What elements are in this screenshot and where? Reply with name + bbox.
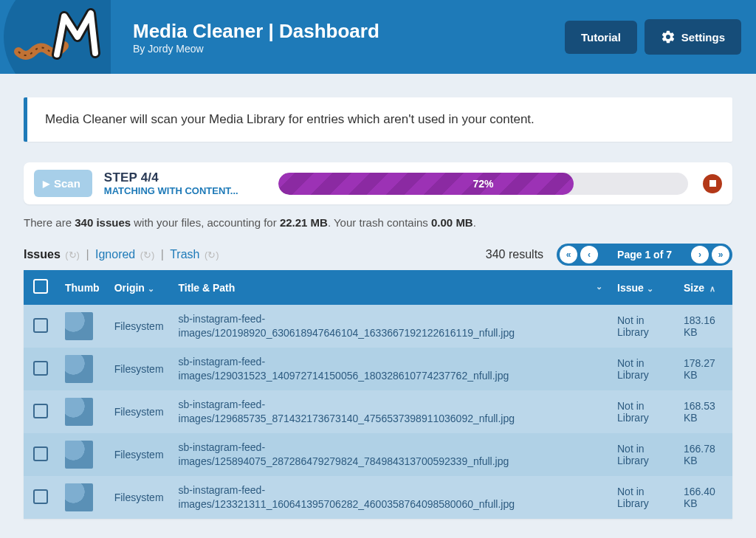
row-checkbox[interactable] bbox=[33, 361, 48, 376]
cell-origin: Filesystem bbox=[107, 305, 171, 348]
app-header: Media Cleaner | Dashboard By Jordy Meow … bbox=[0, 0, 756, 74]
cell-size: 166.78 KB bbox=[676, 433, 732, 476]
chevron-down-icon: ⌄ bbox=[145, 284, 154, 293]
cell-issue: Not in Library bbox=[610, 348, 676, 390]
cell-title: sb-instagram-feed- images/120198920_6306… bbox=[171, 305, 610, 348]
scan-step-subtitle: MATCHING WITH CONTENT... bbox=[104, 185, 267, 196]
table-row[interactable]: Filesystem sb-instagram-feed- images/129… bbox=[24, 348, 732, 390]
thumbnail[interactable] bbox=[65, 355, 93, 383]
summary-line: There are 340 issues with your files, ac… bbox=[24, 216, 732, 229]
progress-bar: 72% bbox=[278, 173, 688, 195]
thumbnail[interactable] bbox=[65, 483, 93, 511]
cell-size: 183.16 KB bbox=[676, 305, 732, 348]
cell-origin: Filesystem bbox=[107, 476, 171, 519]
page-title: Media Cleaner | Dashboard bbox=[133, 20, 557, 43]
cell-issue: Not in Library bbox=[610, 433, 676, 476]
issues-table: Thumb Origin⌄ Title & Path⌄ Issue⌄ Size … bbox=[24, 270, 732, 519]
thumbnail[interactable] bbox=[65, 441, 93, 469]
scan-card: ▶ Scan STEP 4/4 MATCHING WITH CONTENT...… bbox=[24, 162, 732, 204]
pager-label: Page 1 of 7 bbox=[601, 249, 688, 261]
page-byline: By Jordy Meow bbox=[133, 43, 557, 55]
select-all-checkbox[interactable] bbox=[33, 279, 48, 294]
play-icon: ▶ bbox=[43, 179, 49, 189]
pager-prev-button[interactable]: ‹ bbox=[580, 246, 598, 263]
col-thumb[interactable]: Thumb bbox=[58, 270, 107, 305]
cell-title: sb-instagram-feed- images/123321311_1606… bbox=[171, 476, 610, 519]
cell-title: sb-instagram-feed- images/129031523_1409… bbox=[171, 348, 610, 390]
thumbnail[interactable] bbox=[65, 312, 93, 340]
scan-button[interactable]: ▶ Scan bbox=[34, 170, 92, 197]
chevron-down-icon: ⌄ bbox=[644, 284, 653, 293]
table-row[interactable]: Filesystem sb-instagram-feed- images/125… bbox=[24, 433, 732, 476]
worm-m-logo-icon bbox=[7, 7, 103, 66]
pager: « ‹ Page 1 of 7 › » bbox=[557, 244, 732, 266]
stop-icon bbox=[709, 180, 716, 187]
thumbnail[interactable] bbox=[65, 398, 93, 426]
pager-first-button[interactable]: « bbox=[560, 246, 577, 263]
row-checkbox[interactable] bbox=[33, 404, 48, 418]
cell-size: 166.40 KB bbox=[676, 476, 732, 519]
tab-ignored[interactable]: Ignored bbox=[95, 248, 135, 261]
info-banner: Media Cleaner will scan your Media Libra… bbox=[24, 97, 732, 142]
scan-step-title: STEP 4/4 bbox=[104, 170, 267, 185]
row-checkbox[interactable] bbox=[33, 446, 48, 461]
cell-origin: Filesystem bbox=[107, 433, 171, 476]
col-size[interactable]: Size ∧ bbox=[676, 270, 732, 305]
tab-issues[interactable]: Issues bbox=[24, 248, 61, 261]
table-row[interactable]: Filesystem sb-instagram-feed- images/123… bbox=[24, 476, 732, 519]
logo bbox=[0, 0, 111, 74]
progress-label: 72% bbox=[278, 173, 688, 195]
col-origin[interactable]: Origin⌄ bbox=[107, 270, 171, 305]
results-count: 340 results bbox=[486, 248, 543, 261]
settings-button[interactable]: Settings bbox=[645, 19, 741, 55]
cell-issue: Not in Library bbox=[610, 305, 676, 348]
table-row[interactable]: Filesystem sb-instagram-feed- images/120… bbox=[24, 305, 732, 348]
pager-last-button[interactable]: » bbox=[712, 246, 729, 263]
cell-origin: Filesystem bbox=[107, 390, 171, 433]
refresh-icon[interactable]: (↻) bbox=[63, 249, 80, 261]
refresh-icon[interactable]: (↻) bbox=[139, 249, 155, 261]
refresh-icon[interactable]: (↻) bbox=[203, 249, 219, 261]
col-title[interactable]: Title & Path⌄ bbox=[171, 270, 610, 305]
cell-size: 178.27 KB bbox=[676, 348, 732, 390]
chevron-up-icon: ∧ bbox=[704, 284, 715, 293]
stop-button[interactable] bbox=[703, 174, 722, 193]
cell-issue: Not in Library bbox=[610, 476, 676, 519]
gear-icon bbox=[661, 30, 676, 44]
cell-issue: Not in Library bbox=[610, 390, 676, 433]
tutorial-button[interactable]: Tutorial bbox=[565, 21, 637, 54]
chevron-down-icon: ⌄ bbox=[593, 282, 602, 292]
filter-tabs: Issues (↻) | Ignored (↻) | Trash (↻) bbox=[24, 248, 219, 261]
cell-title: sb-instagram-feed- images/125894075_2872… bbox=[171, 433, 610, 476]
cell-title: sb-instagram-feed- images/129685735_8714… bbox=[171, 390, 610, 433]
tab-trash[interactable]: Trash bbox=[170, 248, 199, 261]
col-issue[interactable]: Issue⌄ bbox=[610, 270, 676, 305]
cell-origin: Filesystem bbox=[107, 348, 171, 390]
row-checkbox[interactable] bbox=[33, 318, 48, 333]
row-checkbox[interactable] bbox=[33, 489, 48, 504]
table-row[interactable]: Filesystem sb-instagram-feed- images/129… bbox=[24, 390, 732, 433]
cell-size: 168.53 KB bbox=[676, 390, 732, 433]
pager-next-button[interactable]: › bbox=[691, 246, 709, 263]
